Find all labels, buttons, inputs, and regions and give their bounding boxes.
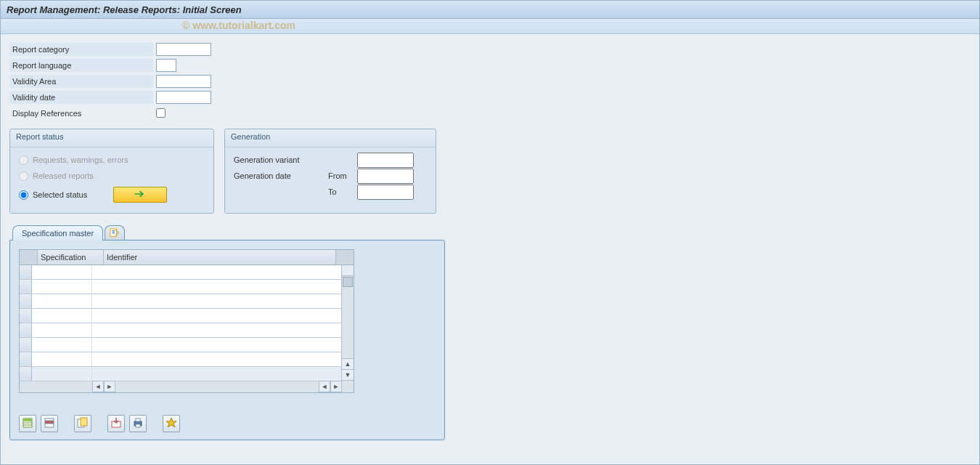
cell-identifier[interactable] bbox=[92, 323, 341, 337]
scroll-left2-icon[interactable]: ◄ bbox=[319, 381, 330, 392]
add-row-icon bbox=[22, 417, 33, 430]
scroll-thumb[interactable] bbox=[343, 277, 353, 287]
table-row[interactable] bbox=[20, 280, 341, 294]
cell-specification[interactable] bbox=[32, 352, 92, 366]
cell-identifier[interactable] bbox=[92, 338, 341, 352]
svg-rect-6 bbox=[81, 418, 87, 426]
grid-toolbar bbox=[19, 415, 180, 432]
cell-specification[interactable] bbox=[32, 338, 92, 352]
edit-icon bbox=[110, 228, 120, 238]
row-selector bbox=[20, 367, 32, 381]
cell-identifier bbox=[92, 367, 341, 381]
table-row[interactable] bbox=[20, 294, 341, 309]
generation-date-label: Generation date bbox=[234, 171, 328, 180]
table-row[interactable] bbox=[20, 309, 341, 323]
export-icon bbox=[110, 417, 122, 430]
row-selector[interactable] bbox=[20, 323, 32, 337]
grid-select-all[interactable] bbox=[20, 250, 38, 264]
generation-to-label: To bbox=[328, 187, 357, 196]
generation-title: Generation bbox=[225, 129, 436, 147]
cell-identifier[interactable] bbox=[92, 294, 341, 308]
validity-date-input[interactable] bbox=[156, 91, 211, 104]
row-selector[interactable] bbox=[20, 338, 32, 352]
tab-specification-master[interactable]: Specification master bbox=[12, 225, 103, 240]
specification-grid: Specification Identifier ▲ bbox=[19, 249, 354, 393]
radio-requests bbox=[19, 155, 28, 165]
print-button[interactable] bbox=[129, 415, 147, 432]
svg-rect-2 bbox=[23, 418, 32, 421]
copy-row-button[interactable] bbox=[74, 415, 91, 432]
svg-rect-4 bbox=[45, 421, 54, 424]
grid-horizontal-scrollbar[interactable]: ◄ ► ◄ ► bbox=[20, 380, 354, 392]
validity-area-input[interactable] bbox=[156, 75, 211, 88]
table-row-empty bbox=[20, 367, 341, 381]
delete-row-icon bbox=[44, 417, 55, 430]
generation-variant-label: Generation variant bbox=[234, 155, 328, 164]
cell-identifier[interactable] bbox=[92, 280, 341, 294]
selected-status-button[interactable] bbox=[113, 187, 167, 203]
table-row[interactable] bbox=[20, 352, 341, 367]
svg-rect-10 bbox=[136, 424, 140, 427]
scroll-up-arrow-icon[interactable]: ▲ bbox=[342, 358, 354, 369]
radio-selected-status[interactable] bbox=[19, 190, 28, 200]
configure-button[interactable] bbox=[163, 415, 180, 432]
header-form: Report category Report language Validity… bbox=[9, 41, 971, 121]
cell-specification bbox=[32, 367, 92, 381]
table-row[interactable] bbox=[20, 323, 341, 338]
report-status-group: Report status Requests, warnings, errors… bbox=[9, 129, 214, 214]
grid-col-specification[interactable]: Specification bbox=[38, 250, 104, 264]
table-row[interactable] bbox=[20, 265, 341, 280]
row-selector[interactable] bbox=[20, 309, 32, 323]
grid-vertical-scrollbar[interactable]: ▲ ▼ bbox=[341, 265, 354, 380]
cell-specification[interactable] bbox=[32, 309, 92, 323]
copy-row-icon bbox=[77, 417, 89, 430]
cell-identifier[interactable] bbox=[92, 265, 341, 279]
scroll-up-icon[interactable] bbox=[342, 265, 354, 276]
scroll-right2-icon[interactable]: ► bbox=[330, 381, 342, 392]
generation-from-input[interactable] bbox=[357, 169, 414, 184]
display-references-label: Display References bbox=[9, 107, 153, 120]
grid-scroll-corner bbox=[336, 250, 354, 264]
app-window: Report Management: Release Reports: Init… bbox=[0, 0, 980, 465]
display-references-checkbox[interactable] bbox=[156, 108, 166, 118]
scroll-right-icon[interactable]: ► bbox=[104, 381, 115, 392]
row-selector[interactable] bbox=[20, 280, 32, 294]
svg-rect-9 bbox=[136, 418, 140, 421]
title-bar: Report Management: Release Reports: Init… bbox=[1, 1, 979, 19]
tab-specification-master-label: Specification master bbox=[22, 229, 94, 238]
generation-to-input[interactable] bbox=[357, 185, 414, 200]
row-selector[interactable] bbox=[20, 294, 32, 308]
delete-row-button[interactable] bbox=[41, 415, 58, 432]
cell-specification[interactable] bbox=[32, 280, 92, 294]
generation-variant-input[interactable] bbox=[357, 153, 414, 168]
grid-col-identifier[interactable]: Identifier bbox=[104, 250, 336, 264]
scroll-left-icon[interactable]: ◄ bbox=[92, 381, 104, 392]
row-selector[interactable] bbox=[20, 352, 32, 366]
export-button[interactable] bbox=[107, 415, 125, 432]
radio-requests-label: Requests, warnings, errors bbox=[33, 155, 128, 164]
report-language-input[interactable] bbox=[156, 59, 176, 72]
report-status-title: Report status bbox=[10, 129, 213, 147]
content-area: Report category Report language Validity… bbox=[1, 34, 979, 448]
cell-identifier[interactable] bbox=[92, 309, 341, 323]
tab-edit[interactable] bbox=[105, 225, 125, 240]
add-row-button[interactable] bbox=[19, 415, 36, 432]
cell-specification[interactable] bbox=[32, 265, 92, 279]
tab-specification-master-page: Specification Identifier ▲ bbox=[9, 240, 445, 440]
report-category-label: Report category bbox=[9, 43, 153, 56]
cell-specification[interactable] bbox=[32, 323, 92, 337]
radio-selected-status-label: Selected status bbox=[33, 190, 87, 199]
report-language-label: Report language bbox=[9, 59, 153, 72]
application-toolbar bbox=[1, 19, 979, 34]
radio-released-label: Released reports bbox=[33, 171, 94, 180]
arrow-right-icon bbox=[134, 190, 146, 200]
report-category-input[interactable] bbox=[156, 43, 211, 56]
row-selector[interactable] bbox=[20, 265, 32, 279]
validity-date-label: Validity date bbox=[9, 91, 153, 104]
configure-icon bbox=[166, 417, 177, 430]
table-row[interactable] bbox=[20, 338, 341, 352]
scroll-down-arrow-icon[interactable]: ▼ bbox=[342, 369, 354, 380]
generation-from-label: From bbox=[328, 171, 357, 180]
cell-identifier[interactable] bbox=[92, 352, 341, 366]
cell-specification[interactable] bbox=[32, 294, 92, 308]
